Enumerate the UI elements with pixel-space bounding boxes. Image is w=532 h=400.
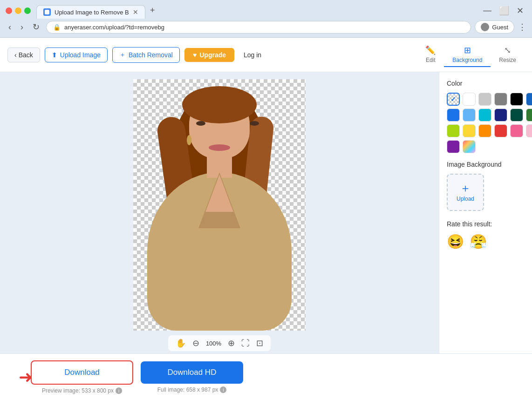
image-preview-wrapper: [9, 79, 430, 331]
download-section: Download Preview image: 533 x 800 px i: [31, 360, 133, 394]
tab-resize[interactable]: ⤡ Resize: [491, 42, 525, 67]
browser-menu-button[interactable]: ⋮: [518, 22, 526, 32]
edit-icon: ✏️: [425, 45, 436, 55]
upload-bg-button[interactable]: ＋ Upload: [447, 174, 484, 211]
download-bar: ➜ Download Preview image: 533 x 800 px i…: [0, 353, 532, 400]
fullscreen-button[interactable]: ⛶: [241, 339, 250, 348]
heart-icon: ♥: [193, 51, 197, 59]
image-toolbar: ✋ ⊖ 100% ⊕ ⛶ ⊡: [168, 335, 271, 351]
color-section-title: Color: [447, 80, 525, 87]
color-transparent[interactable]: [447, 93, 460, 106]
close-window-button[interactable]: ✕: [514, 5, 526, 17]
window-close-button[interactable]: [6, 7, 12, 14]
color-cyan[interactable]: [478, 108, 491, 122]
color-blue-deep[interactable]: [494, 108, 507, 122]
upload-bg-label: Upload: [457, 196, 474, 202]
rate-section: Rate this result: 😆 😤: [447, 220, 525, 250]
guest-avatar: [481, 23, 489, 31]
window-min-button[interactable]: [15, 7, 21, 14]
tab-title: Upload Image to Remove B...: [55, 9, 129, 16]
color-red[interactable]: [494, 124, 507, 137]
browser-tab[interactable]: Upload Image to Remove B... ✕: [36, 5, 145, 19]
window-max-button[interactable]: [24, 7, 31, 14]
color-gray[interactable]: [494, 93, 507, 106]
download-hd-section: Download HD Full image: 658 x 987 px i: [141, 361, 243, 393]
color-black[interactable]: [510, 93, 523, 106]
rate-emojis: 😆 😤: [447, 233, 525, 250]
full-info-text: Full image: 658 x 987 px: [157, 386, 218, 393]
canvas-area: ✋ ⊖ 100% ⊕ ⛶ ⊡: [0, 72, 439, 353]
back-chevron-icon: ‹: [14, 51, 17, 59]
plus-icon: ＋: [460, 183, 471, 194]
tab-edit-label: Edit: [426, 57, 436, 63]
color-orange[interactable]: [478, 124, 491, 137]
zoom-out-button[interactable]: ⊖: [192, 338, 199, 348]
tab-favicon: [43, 8, 51, 16]
color-teal[interactable]: [510, 108, 523, 122]
upload-icon: ⬆: [52, 51, 57, 59]
rate-negative-button[interactable]: 😤: [470, 233, 487, 250]
rate-positive-button[interactable]: 😆: [447, 233, 464, 250]
color-green[interactable]: [526, 108, 532, 122]
right-panel: Color: [439, 72, 532, 353]
tab-background[interactable]: ⊞ Background: [444, 42, 491, 67]
rate-title: Rate this result:: [447, 220, 525, 228]
download-button[interactable]: Download: [31, 360, 133, 385]
preview-info: Preview image: 533 x 800 px i: [42, 387, 122, 394]
color-lightgray[interactable]: [478, 93, 491, 106]
upload-image-button[interactable]: ⬆ Upload Image: [45, 47, 108, 62]
preview-info-text: Preview image: 533 x 800 px: [42, 387, 114, 394]
new-tab-button[interactable]: +: [145, 3, 160, 18]
svg-rect-0: [45, 10, 49, 14]
resize-icon: ⤡: [504, 45, 511, 55]
upgrade-button[interactable]: ♥ Upgrade: [184, 48, 234, 62]
arrow-indicator: ➜: [19, 369, 33, 386]
back-label: Back: [19, 51, 33, 59]
color-blue-light[interactable]: [463, 108, 476, 122]
zoom-level: 100%: [206, 340, 221, 347]
login-button[interactable]: Log in: [239, 48, 266, 62]
color-yellow[interactable]: [463, 124, 476, 137]
zoom-in-button[interactable]: ⊕: [228, 338, 235, 348]
back-button[interactable]: ‹ Back: [7, 47, 40, 62]
pan-tool-button[interactable]: ✋: [176, 338, 186, 348]
download-hd-button[interactable]: Download HD: [141, 361, 243, 384]
full-info: Full image: 658 x 987 px i: [157, 386, 227, 393]
restore-window-button[interactable]: ⬜: [496, 5, 512, 17]
upgrade-label: Upgrade: [199, 51, 226, 59]
color-blue-dark2[interactable]: [526, 93, 532, 106]
compare-button[interactable]: ⊡: [256, 338, 263, 348]
upload-label: Upload Image: [60, 51, 101, 59]
address-bar: 🔒: [46, 21, 471, 34]
guest-label: Guest: [492, 24, 508, 31]
url-input[interactable]: [64, 24, 464, 31]
color-purple[interactable]: [447, 140, 460, 153]
info-icon: i: [116, 387, 122, 394]
minimize-window-button[interactable]: —: [480, 5, 494, 17]
refresh-button[interactable]: ↻: [30, 21, 42, 33]
tab-resize-label: Resize: [499, 57, 516, 63]
lock-icon: 🔒: [53, 24, 61, 31]
back-nav-button[interactable]: ‹: [6, 21, 14, 33]
batch-removal-button[interactable]: ＋ Batch Removal: [112, 47, 180, 63]
color-pink-light[interactable]: [526, 124, 532, 137]
person-figure: [133, 79, 306, 331]
color-lime[interactable]: [447, 124, 460, 137]
color-gradient[interactable]: [463, 140, 476, 153]
main-content: ✋ ⊖ 100% ⊕ ⛶ ⊡ Color: [0, 72, 532, 353]
color-blue[interactable]: [447, 108, 460, 122]
image-bg-title: Image Background: [447, 161, 525, 168]
color-pink[interactable]: [510, 124, 523, 137]
background-icon: ⊞: [464, 45, 471, 55]
batch-label: Batch Removal: [129, 51, 173, 59]
color-white[interactable]: [463, 93, 476, 106]
tab-close-button[interactable]: ✕: [133, 8, 138, 16]
tab-edit[interactable]: ✏️ Edit: [417, 42, 444, 67]
color-grid: [447, 93, 525, 153]
image-canvas[interactable]: [133, 79, 306, 331]
full-info-icon: i: [220, 386, 226, 393]
batch-icon: ＋: [119, 51, 126, 59]
forward-nav-button[interactable]: ›: [18, 21, 26, 33]
guest-button[interactable]: Guest: [475, 20, 514, 34]
app-toolbar: ‹ Back ⬆ Upload Image ＋ Batch Removal ♥ …: [0, 38, 532, 72]
